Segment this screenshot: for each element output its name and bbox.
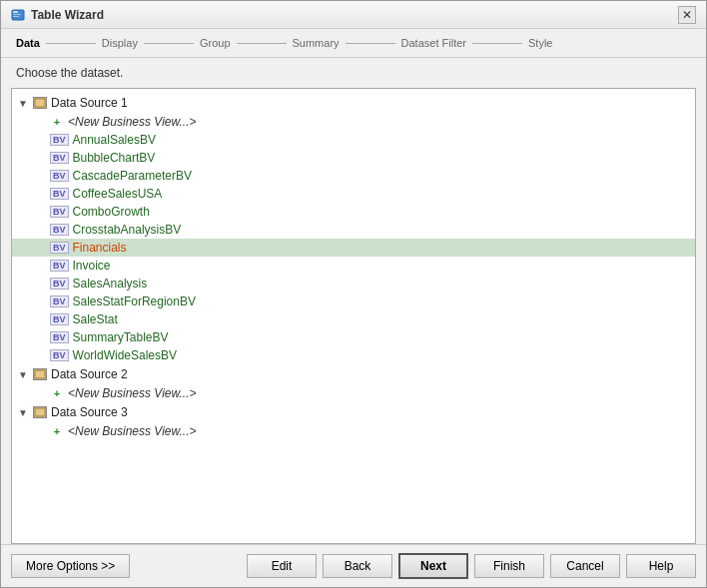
bv-salestat-row[interactable]: BV SaleStat bbox=[12, 310, 695, 328]
step-divider-4 bbox=[346, 43, 395, 44]
step-divider-1 bbox=[46, 43, 96, 44]
bv-badge-13: BV bbox=[50, 349, 69, 361]
bv-badge-8: BV bbox=[50, 260, 69, 272]
title-bar: Table Wizard ✕ bbox=[1, 1, 706, 29]
spacer-16 bbox=[34, 424, 48, 438]
spacer-11 bbox=[34, 294, 48, 308]
edit-button[interactable]: Edit bbox=[247, 554, 317, 578]
spacer-15 bbox=[34, 386, 48, 400]
datasource-1-icon bbox=[32, 95, 48, 111]
new-bv-1-plus-icon: + bbox=[50, 116, 64, 128]
bv-invoice-label: Invoice bbox=[73, 259, 111, 273]
datasource-3-label: Data Source 3 bbox=[51, 405, 128, 419]
datasource-3-icon bbox=[32, 404, 48, 420]
svg-rect-3 bbox=[13, 16, 19, 17]
datasource-2-row[interactable]: ▼ Data Source 2 bbox=[12, 364, 695, 384]
bv-bubblechartbv-label: BubbleChartBV bbox=[73, 151, 156, 165]
bv-salesanalysis-label: SalesAnalysis bbox=[73, 277, 148, 291]
collapse-icon-3[interactable]: ▼ bbox=[16, 405, 30, 419]
bv-worldwidesalesbv-row[interactable]: BV WorldWideSalesBV bbox=[12, 346, 695, 364]
spacer-10 bbox=[34, 277, 48, 291]
bv-crosstabanalysisbv-row[interactable]: BV CrosstabAnalysisBV bbox=[12, 221, 695, 239]
bv-badge-10: BV bbox=[50, 295, 69, 307]
svg-rect-2 bbox=[13, 14, 21, 15]
datasource-1-row[interactable]: ▼ Data Source 1 bbox=[12, 93, 695, 113]
footer-left: More Options >> bbox=[11, 554, 241, 578]
bv-coffeesalesusa-label: CoffeeSalesUSA bbox=[73, 187, 163, 201]
step-divider-3 bbox=[237, 43, 287, 44]
bv-badge-7: BV bbox=[50, 242, 69, 254]
new-bv-2-plus-icon: + bbox=[50, 387, 64, 399]
bv-summarytablebv-label: SummaryTableBV bbox=[73, 330, 169, 344]
bv-annualsalesbv-row[interactable]: BV AnnualSalesBV bbox=[12, 131, 695, 149]
bv-salesstatforregionbv-label: SalesStatForRegionBV bbox=[73, 294, 196, 308]
tree-scroll[interactable]: ▼ Data Source 1 + <New Business View...>… bbox=[12, 89, 695, 543]
cancel-button[interactable]: Cancel bbox=[550, 554, 620, 578]
bv-bubblechartbv-row[interactable]: BV BubbleChartBV bbox=[12, 149, 695, 167]
new-bv-2-label: <New Business View...> bbox=[68, 386, 197, 400]
new-bv-3-row[interactable]: + <New Business View...> bbox=[12, 422, 695, 440]
spacer-9 bbox=[34, 259, 48, 273]
bv-badge-4: BV bbox=[50, 188, 69, 200]
next-button[interactable]: Next bbox=[398, 553, 468, 579]
datasource-1-label: Data Source 1 bbox=[51, 96, 128, 110]
bv-cascadeparameterbv-row[interactable]: BV CascadeParameterBV bbox=[12, 167, 695, 185]
help-button[interactable]: Help bbox=[626, 554, 696, 578]
datasource-2-label: Data Source 2 bbox=[51, 367, 128, 381]
bv-worldwidesalesbv-label: WorldWideSalesBV bbox=[73, 348, 177, 362]
bv-badge-12: BV bbox=[50, 331, 69, 343]
step-divider-2 bbox=[144, 43, 194, 44]
bv-salesstatforregionbv-row[interactable]: BV SalesStatForRegionBV bbox=[12, 293, 695, 310]
bv-salestat-label: SaleStat bbox=[73, 312, 118, 326]
new-bv-2-row[interactable]: + <New Business View...> bbox=[12, 384, 695, 402]
wizard-icon bbox=[11, 8, 25, 22]
spacer-14 bbox=[34, 348, 48, 362]
step-divider-5 bbox=[472, 43, 522, 44]
new-bv-3-label: <New Business View...> bbox=[68, 424, 197, 438]
bv-badge-2: BV bbox=[50, 152, 69, 164]
step-group: Group bbox=[200, 37, 231, 49]
bv-badge-11: BV bbox=[50, 313, 69, 325]
collapse-icon-1[interactable]: ▼ bbox=[16, 96, 30, 110]
bv-badge-1: BV bbox=[50, 134, 69, 146]
step-style: Style bbox=[528, 37, 552, 49]
bv-salesanalysis-row[interactable]: BV SalesAnalysis bbox=[12, 275, 695, 293]
bv-badge-5: BV bbox=[50, 206, 69, 218]
step-data: Data bbox=[16, 37, 40, 49]
bv-invoice-row[interactable]: BV Invoice bbox=[12, 257, 695, 275]
footer: More Options >> Edit Back Next Finish Ca… bbox=[1, 544, 706, 587]
spacer-8 bbox=[34, 241, 48, 255]
title-bar-left: Table Wizard bbox=[11, 8, 104, 22]
datasource-3-row[interactable]: ▼ Data Source 3 bbox=[12, 402, 695, 422]
spacer-3 bbox=[34, 151, 48, 165]
bv-annualsalesbv-label: AnnualSalesBV bbox=[73, 133, 156, 147]
spacer-12 bbox=[34, 312, 48, 326]
more-options-button[interactable]: More Options >> bbox=[11, 554, 130, 578]
new-bv-1-row[interactable]: + <New Business View...> bbox=[12, 113, 695, 131]
dialog-title: Table Wizard bbox=[31, 8, 104, 22]
bv-financials-row[interactable]: BV Financials bbox=[12, 239, 695, 257]
bv-badge-6: BV bbox=[50, 224, 69, 236]
wizard-steps: Data Display Group Summary Dataset Filte… bbox=[1, 29, 706, 58]
svg-rect-1 bbox=[13, 11, 18, 13]
new-bv-1-label: <New Business View...> bbox=[68, 115, 197, 129]
dataset-tree-area: ▼ Data Source 1 + <New Business View...>… bbox=[11, 88, 696, 544]
finish-button[interactable]: Finish bbox=[474, 554, 544, 578]
spacer-13 bbox=[34, 330, 48, 344]
bv-summarytablebv-row[interactable]: BV SummaryTableBV bbox=[12, 328, 695, 346]
bv-combogrowth-row[interactable]: BV ComboGrowth bbox=[12, 203, 695, 221]
spacer-7 bbox=[34, 223, 48, 237]
bv-crosstabanalysisbv-label: CrosstabAnalysisBV bbox=[73, 223, 182, 237]
bv-badge-3: BV bbox=[50, 170, 69, 182]
new-bv-3-plus-icon: + bbox=[50, 425, 64, 437]
collapse-icon-2[interactable]: ▼ bbox=[16, 367, 30, 381]
table-wizard-dialog: Table Wizard ✕ Data Display Group Summar… bbox=[0, 0, 707, 588]
spacer-4 bbox=[34, 169, 48, 183]
bv-badge-9: BV bbox=[50, 278, 69, 290]
spacer-6 bbox=[34, 205, 48, 219]
spacer-2 bbox=[34, 133, 48, 147]
close-button[interactable]: ✕ bbox=[678, 6, 696, 24]
bv-coffeesalesusa-row[interactable]: BV CoffeeSalesUSA bbox=[12, 185, 695, 203]
back-button[interactable]: Back bbox=[323, 554, 392, 578]
step-dataset-filter: Dataset Filter bbox=[401, 37, 466, 49]
